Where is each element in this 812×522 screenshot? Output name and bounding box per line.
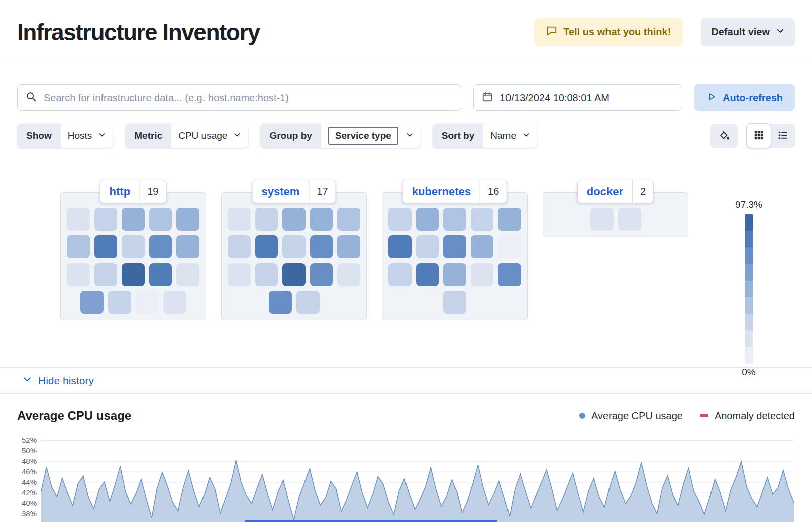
- waffle-group: kubernetes16: [382, 192, 528, 320]
- svg-text:50%: 50%: [22, 446, 37, 455]
- host-tile[interactable]: [443, 291, 466, 314]
- host-tile[interactable]: [282, 235, 306, 258]
- show-filter[interactable]: Show Hosts: [17, 124, 113, 148]
- host-tile[interactable]: [122, 235, 145, 258]
- history-toggle-bar[interactable]: Hide history: [0, 367, 812, 394]
- host-tile[interactable]: [388, 208, 412, 231]
- host-tile[interactable]: [122, 263, 145, 286]
- view-selector-button[interactable]: Default view: [701, 18, 795, 46]
- host-tile[interactable]: [498, 235, 521, 258]
- host-tile[interactable]: [255, 208, 278, 231]
- host-tile[interactable]: [498, 208, 521, 231]
- host-tile[interactable]: [471, 235, 494, 258]
- host-tile[interactable]: [67, 208, 90, 231]
- waffle-grid: [221, 192, 367, 320]
- svg-text:46%: 46%: [22, 467, 37, 476]
- host-tile[interactable]: [498, 263, 521, 286]
- host-tile[interactable]: [163, 291, 186, 314]
- host-tile[interactable]: [94, 235, 118, 258]
- host-tile[interactable]: [388, 263, 412, 286]
- legend-item-series[interactable]: Average CPU usage: [579, 410, 683, 422]
- host-tile[interactable]: [471, 208, 494, 231]
- sortby-filter-label: Sort by: [433, 124, 483, 148]
- host-tile[interactable]: [149, 263, 172, 286]
- host-tile[interactable]: [108, 291, 131, 314]
- host-tile[interactable]: [255, 263, 278, 286]
- date-picker[interactable]: 10/13/2024 10:08:01 AM: [473, 84, 682, 111]
- waffle-group: system17: [221, 192, 367, 320]
- legend-gradient-step: [745, 281, 753, 297]
- host-tile[interactable]: [94, 263, 118, 286]
- legend-gradient-step: [745, 231, 753, 247]
- legend-min-label: 0%: [719, 367, 779, 378]
- host-tile[interactable]: [443, 235, 466, 258]
- svg-text:52%: 52%: [22, 436, 37, 444]
- host-tile[interactable]: [310, 208, 333, 231]
- host-tile[interactable]: [337, 263, 360, 286]
- host-tile[interactable]: [337, 235, 360, 258]
- host-tile[interactable]: [416, 208, 439, 231]
- host-tile[interactable]: [471, 263, 494, 286]
- legend-options-button[interactable]: [710, 124, 738, 148]
- legend-item-anomaly[interactable]: Anomaly detected: [700, 410, 795, 422]
- host-tile[interactable]: [443, 208, 466, 231]
- host-tile[interactable]: [416, 263, 439, 286]
- group-name-link[interactable]: kubernetes: [403, 185, 480, 198]
- host-tile[interactable]: [269, 291, 292, 314]
- host-tile[interactable]: [618, 208, 641, 231]
- groupby-filter[interactable]: Group by Service type: [260, 124, 420, 148]
- group-name-link[interactable]: system: [252, 185, 309, 198]
- host-tile[interactable]: [94, 208, 118, 231]
- group-name-link[interactable]: docker: [578, 185, 632, 198]
- host-tile[interactable]: [136, 291, 159, 314]
- waffle-row: [67, 208, 199, 231]
- table-view-button[interactable]: [771, 124, 795, 148]
- group-label-pill: docker2: [577, 180, 654, 203]
- series-dot-icon: [579, 413, 585, 419]
- host-tile[interactable]: [296, 291, 320, 314]
- host-tile[interactable]: [67, 235, 90, 258]
- host-tile[interactable]: [590, 208, 614, 231]
- auto-refresh-button[interactable]: Auto-refresh: [694, 84, 795, 111]
- host-tile[interactable]: [282, 208, 306, 231]
- waffle-group: http19: [60, 192, 206, 320]
- host-tile[interactable]: [149, 235, 172, 258]
- host-tile[interactable]: [282, 263, 306, 286]
- host-tile[interactable]: [176, 263, 199, 286]
- group-name-link[interactable]: http: [100, 185, 140, 198]
- host-tile[interactable]: [80, 291, 104, 314]
- waffle-row: [388, 263, 521, 286]
- chevron-down-icon: [776, 26, 785, 38]
- host-tile[interactable]: [388, 235, 412, 258]
- paint-fill-icon: [718, 129, 730, 143]
- host-tile[interactable]: [176, 208, 199, 231]
- grid-view-button[interactable]: [747, 124, 771, 148]
- auto-refresh-label: Auto-refresh: [723, 92, 783, 104]
- legend-max-label: 97.3%: [719, 199, 779, 210]
- datetime-value: 10/13/2024 10:08:01 AM: [500, 92, 610, 104]
- horizontal-scrollbar-thumb[interactable]: [245, 520, 497, 522]
- groupby-filter-label: Group by: [260, 124, 321, 148]
- host-tile[interactable]: [228, 208, 251, 231]
- host-tile[interactable]: [310, 235, 333, 258]
- host-tile[interactable]: [443, 263, 466, 286]
- host-tile[interactable]: [149, 208, 172, 231]
- host-tile[interactable]: [122, 208, 145, 231]
- sortby-filter[interactable]: Sort by Name: [433, 124, 537, 148]
- host-tile[interactable]: [228, 235, 251, 258]
- host-tile[interactable]: [337, 208, 360, 231]
- waffle-row: [67, 291, 199, 314]
- page-title: Infrastructure Inventory: [17, 19, 260, 46]
- metric-filter[interactable]: Metric CPU usage: [125, 124, 248, 148]
- group-count: 17: [309, 186, 335, 197]
- waffle-row: [228, 235, 360, 258]
- host-tile[interactable]: [67, 263, 90, 286]
- search-input[interactable]: [44, 92, 453, 104]
- host-tile[interactable]: [255, 235, 278, 258]
- host-tile[interactable]: [176, 235, 199, 258]
- host-tile[interactable]: [310, 263, 333, 286]
- host-tile[interactable]: [416, 235, 439, 258]
- host-tile[interactable]: [228, 263, 251, 286]
- groupby-filter-value[interactable]: Service type: [328, 127, 398, 145]
- feedback-button[interactable]: Tell us what you think!: [534, 18, 683, 46]
